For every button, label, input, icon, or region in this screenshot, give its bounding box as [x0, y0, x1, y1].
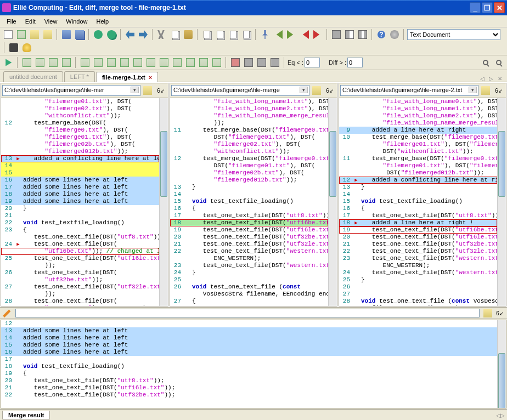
merge-4-button[interactable]: [60, 56, 72, 69]
action-d-button[interactable]: [119, 56, 131, 69]
code-line: "file_with_long_name2.txt"), DST(: [191, 105, 328, 112]
minimize-button[interactable]: _: [470, 2, 481, 13]
reload-button[interactable]: [92, 29, 104, 41]
merge-wrap-button[interactable]: 6↙: [494, 307, 506, 319]
prev-conflict-button[interactable]: [298, 29, 311, 41]
options-button[interactable]: ?: [375, 29, 387, 41]
menu-help[interactable]: Help: [92, 17, 113, 26]
action-i-button[interactable]: [184, 56, 196, 69]
close-button[interactable]: ✕: [494, 2, 505, 13]
layout-2-button[interactable]: [343, 29, 356, 41]
action-j-button[interactable]: [198, 56, 210, 69]
copy-button[interactable]: [169, 29, 181, 41]
action-g-button[interactable]: [158, 56, 170, 69]
gray3-sq-button[interactable]: [269, 56, 281, 69]
copy-all-left-button[interactable]: [227, 29, 239, 41]
camera-button[interactable]: [8, 42, 20, 54]
paste-button[interactable]: [182, 29, 194, 41]
action-b-button[interactable]: [92, 56, 104, 69]
merge-path-input[interactable]: [15, 309, 480, 317]
prev-diff-button[interactable]: [272, 29, 284, 41]
redo-button[interactable]: [137, 29, 149, 41]
action-e-button[interactable]: [132, 56, 144, 69]
new-folder-button[interactable]: [29, 29, 41, 41]
action-h-button[interactable]: [171, 56, 183, 69]
doc-tab[interactable]: untitled document: [3, 71, 63, 82]
copy-left-button[interactable]: [201, 29, 213, 41]
merge-open-button[interactable]: [482, 307, 494, 319]
zoom-out-button[interactable]: [493, 56, 505, 69]
merge-2-button[interactable]: [34, 56, 46, 69]
center-path-combo[interactable]: C:\dev\filehisto\test\guimerge\file-merg…: [171, 85, 309, 96]
action-c-button[interactable]: [105, 56, 117, 69]
result-tab-prev[interactable]: ◁: [496, 412, 500, 418]
vertical-scrollbar[interactable]: [328, 98, 337, 306]
right-code-view[interactable]: "file_with_long_name0.txt"), DST( "file_…: [339, 98, 506, 306]
vertical-scrollbar[interactable]: [497, 98, 506, 306]
doc-tab[interactable]: LEFT *: [64, 71, 95, 82]
eq-input[interactable]: [305, 58, 320, 67]
left-path-combo[interactable]: C:\dev\filehisto\test\guimerge\file-mer: [2, 85, 140, 96]
gray2-sq-button[interactable]: [256, 56, 268, 69]
layout-3-button[interactable]: [357, 29, 369, 41]
copy-right-button[interactable]: [214, 29, 226, 41]
undo-button[interactable]: [124, 29, 136, 41]
doc-type-select[interactable]: Text Document: [407, 29, 500, 40]
code-line: "filemerge01.txt"), DST("filemerge02.txt…: [360, 141, 497, 148]
reload-all-button[interactable]: [105, 29, 117, 41]
menu-view[interactable]: View: [40, 17, 62, 26]
gray-sq-button[interactable]: [243, 56, 255, 69]
diff-input[interactable]: [347, 58, 363, 67]
edit-result-button[interactable]: [1, 307, 13, 319]
new-docs-button[interactable]: [15, 29, 27, 41]
doc-tab[interactable]: file-merge-1.txt×: [96, 72, 158, 82]
tab-close-button[interactable]: ✕: [496, 76, 504, 82]
right-wrap-button[interactable]: 6↙: [493, 84, 505, 97]
code-line: test_one_text_file(DST("utf8.txt"));: [360, 212, 497, 219]
tab-next-button[interactable]: ▷: [487, 76, 495, 82]
new-doc-button[interactable]: [2, 29, 14, 41]
save-button[interactable]: [60, 29, 72, 41]
line-number: [170, 177, 183, 184]
tab-prev-button[interactable]: ◁: [478, 76, 486, 82]
right-open-button[interactable]: [480, 84, 492, 97]
tab-close-icon[interactable]: ×: [149, 74, 152, 81]
action-a-button[interactable]: [79, 56, 91, 69]
new-folder2-button[interactable]: [42, 29, 54, 41]
line-number: 16: [339, 205, 352, 212]
next-diff-button[interactable]: [285, 29, 297, 41]
left-code-view[interactable]: "filemerge01.txt"), DST( "filemerge02.tx…: [1, 98, 168, 306]
menu-file[interactable]: File: [2, 17, 21, 26]
menu-edit[interactable]: Edit: [21, 17, 40, 26]
center-open-button[interactable]: [311, 84, 323, 97]
left-open-button[interactable]: [142, 84, 154, 97]
action-k-button[interactable]: [211, 56, 223, 69]
pin-button[interactable]: [259, 29, 271, 41]
tip-button[interactable]: [21, 42, 33, 54]
merge-result-tab[interactable]: Merge result: [2, 411, 50, 420]
vertical-scrollbar[interactable]: [159, 98, 168, 306]
result-tab-next[interactable]: ▷: [500, 412, 505, 418]
center-wrap-button[interactable]: 6↙: [324, 84, 336, 97]
left-wrap-button[interactable]: 6↙: [155, 84, 167, 97]
red-sq-button[interactable]: [229, 56, 241, 69]
settings-button[interactable]: [388, 29, 401, 41]
cut-button[interactable]: [156, 29, 168, 41]
right-path-combo[interactable]: C:\dev\filehisto\test\guimerge\file-merg…: [340, 85, 478, 96]
layout-1-button[interactable]: [330, 29, 342, 41]
merge-1-button[interactable]: [21, 56, 33, 69]
action-f-button[interactable]: [145, 56, 157, 69]
vertical-scrollbar[interactable]: [497, 320, 506, 408]
zoom-in-button[interactable]: [480, 56, 492, 69]
result-code-view[interactable]: 1213added some lines here at left14added…: [1, 320, 506, 408]
maximize-button[interactable]: ❐: [482, 2, 493, 13]
toolbar-1: ? Text Document: [0, 27, 507, 55]
merge-3-button[interactable]: [47, 56, 59, 69]
center-code-view[interactable]: "file_with_long_name1.txt"), DST( "file_…: [170, 98, 337, 306]
copy-all-right-button[interactable]: [240, 29, 252, 41]
code-line: ));: [22, 262, 159, 269]
save-all-button[interactable]: [74, 29, 86, 41]
play-button[interactable]: [2, 56, 14, 69]
next-conflict-button[interactable]: [312, 29, 324, 41]
menu-window[interactable]: Window: [61, 17, 92, 26]
